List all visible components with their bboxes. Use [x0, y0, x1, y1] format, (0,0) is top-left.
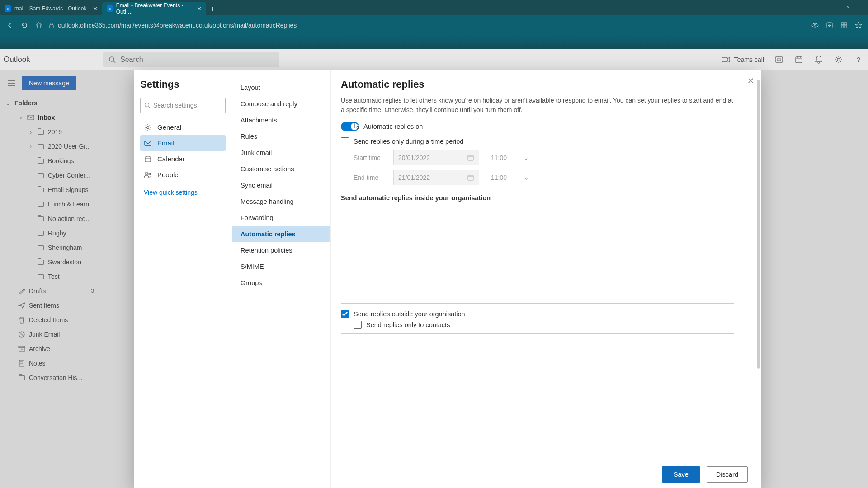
- outlook-body: New message ⌄ Folders ›Inbox›2019›2020 U…: [0, 70, 868, 488]
- settings-cat-calendar[interactable]: Calendar: [140, 151, 226, 167]
- settings-sub-junk-email[interactable]: Junk email: [232, 145, 330, 161]
- folder-label: Archive: [29, 345, 50, 352]
- close-icon[interactable]: ✕: [93, 5, 98, 12]
- home-button[interactable]: [34, 21, 43, 30]
- folder-no-action-req-[interactable]: No action req...: [0, 211, 101, 226]
- settings-search-input[interactable]: Search settings: [140, 98, 226, 113]
- folder-icon: [37, 231, 44, 236]
- folder-deleted-items[interactable]: Deleted Items: [0, 313, 101, 327]
- svg-line-28: [20, 333, 24, 336]
- gear-icon: [144, 124, 152, 131]
- star-icon[interactable]: [854, 21, 863, 29]
- inside-reply-editor[interactable]: [341, 206, 734, 304]
- settings-sub-attachments[interactable]: Attachments: [232, 112, 330, 128]
- start-time-input[interactable]: 11:00 ⌄: [487, 150, 533, 165]
- folder-swardeston[interactable]: Swardeston: [0, 255, 101, 269]
- folder-inbox[interactable]: ›Inbox: [0, 110, 101, 125]
- end-date-input[interactable]: 21/01/2022: [393, 170, 479, 185]
- new-message-button[interactable]: New message: [22, 76, 76, 90]
- install-icon[interactable]: [826, 21, 834, 29]
- browser-tab-1[interactable]: o mail - Sam Edwards - Outlook ✕: [0, 2, 102, 15]
- teams-call-button[interactable]: Teams call: [722, 56, 764, 63]
- close-dialog-button[interactable]: ✕: [747, 76, 754, 86]
- address-bar: outlook.office365.com/mail/events@breakw…: [0, 15, 868, 35]
- settings-sub-sync-email[interactable]: Sync email: [232, 177, 330, 193]
- folder-lunch-learn[interactable]: Lunch & Learn: [0, 197, 101, 211]
- settings-sub-groups[interactable]: Groups: [232, 275, 330, 291]
- browser-tab-2[interactable]: o Email - Breakwater Events - Outl… ✕: [102, 2, 206, 15]
- settings-sub-s-mime[interactable]: S/MIME: [232, 258, 330, 275]
- settings-sub-rules[interactable]: Rules: [232, 128, 330, 145]
- settings-cat-email[interactable]: Email: [140, 135, 226, 151]
- settings-sub-forwarding[interactable]: Forwarding: [232, 210, 330, 226]
- folder-count: 3: [91, 288, 94, 294]
- settings-sub-compose-and-reply[interactable]: Compose and reply: [232, 96, 330, 112]
- calendar-icon[interactable]: [794, 55, 804, 65]
- chevron-down-icon: ⌄: [524, 154, 529, 161]
- outside-reply-editor[interactable]: [341, 333, 734, 422]
- folder-notes[interactable]: Notes: [0, 356, 101, 371]
- settings-subitems: LayoutCompose and replyAttachmentsRulesJ…: [232, 70, 331, 488]
- folder-cyber-confer-[interactable]: Cyber Confer...: [0, 168, 101, 183]
- settings-sub-message-handling[interactable]: Message handling: [232, 193, 330, 210]
- start-date-input[interactable]: 20/01/2022: [393, 150, 479, 165]
- notification-icon[interactable]: [814, 55, 824, 65]
- grid-icon[interactable]: [840, 21, 848, 29]
- folder-label: No action req...: [48, 215, 91, 222]
- outside-org-checkbox[interactable]: [341, 310, 349, 318]
- url-box[interactable]: outlook.office365.com/mail/events@breakw…: [49, 22, 806, 29]
- back-button[interactable]: [5, 21, 14, 30]
- folder-label: 2020 User Gr...: [48, 143, 91, 150]
- folders-header[interactable]: ⌄ Folders: [0, 96, 101, 110]
- contacts-only-label: Send replies only to contacts: [366, 321, 450, 328]
- minimize-icon[interactable]: —: [859, 2, 865, 9]
- folder-junk-email[interactable]: Junk Email: [0, 327, 101, 342]
- folder-sheringham[interactable]: Sheringham: [0, 240, 101, 255]
- new-tab-button[interactable]: +: [206, 3, 219, 15]
- chevron-right-icon: ›: [28, 143, 33, 150]
- settings-sub-customise-actions[interactable]: Customise actions: [232, 161, 330, 177]
- chevron-right-icon: ›: [28, 128, 33, 136]
- svg-rect-11: [844, 26, 847, 28]
- discard-button[interactable]: Discard: [707, 466, 748, 483]
- tab-strip: o mail - Sam Edwards - Outlook ✕ o Email…: [0, 0, 868, 15]
- folder-rugby[interactable]: Rugby: [0, 226, 101, 240]
- end-time-input[interactable]: 11:00 ⌄: [487, 170, 533, 185]
- folder-conversation-his-[interactable]: Conversation His...: [0, 371, 101, 385]
- folder-2019[interactable]: ›2019: [0, 125, 101, 139]
- hamburger-icon[interactable]: [6, 78, 16, 88]
- folder-test[interactable]: Test: [0, 269, 101, 284]
- view-quick-settings-link[interactable]: View quick settings: [140, 183, 226, 202]
- meet-now-icon[interactable]: [774, 55, 784, 65]
- folder-drafts[interactable]: Drafts3: [0, 284, 101, 298]
- end-time-value: 11:00: [491, 174, 507, 181]
- save-button[interactable]: Save: [662, 466, 700, 483]
- reload-button[interactable]: [20, 21, 29, 30]
- settings-cat-general[interactable]: General: [140, 119, 226, 135]
- settings-sub-automatic-replies[interactable]: Automatic replies: [232, 226, 330, 242]
- folder-icon: [37, 130, 44, 135]
- folder-bookings[interactable]: Bookings: [0, 154, 101, 168]
- chevron-down-icon[interactable]: ⌄: [845, 2, 851, 9]
- close-icon[interactable]: ✕: [197, 5, 202, 12]
- help-icon[interactable]: ?: [854, 55, 863, 65]
- search-input[interactable]: Search: [103, 52, 279, 67]
- folder-2020-user-gr-[interactable]: ›2020 User Gr...: [0, 139, 101, 154]
- search-placeholder: Search: [120, 56, 143, 64]
- folder-email-signups[interactable]: Email Signups: [0, 183, 101, 197]
- calendar-icon: [467, 154, 474, 161]
- folder-archive[interactable]: Archive: [0, 342, 101, 356]
- folder-icon: [37, 159, 44, 164]
- eye-icon[interactable]: [811, 21, 819, 29]
- folder-sent-items[interactable]: Sent Items: [0, 298, 101, 313]
- settings-sub-retention-policies[interactable]: Retention policies: [232, 242, 330, 258]
- folder-icon: [37, 202, 44, 207]
- scrollbar[interactable]: [757, 80, 760, 369]
- contacts-only-checkbox[interactable]: [354, 321, 362, 329]
- lock-icon: [49, 22, 54, 28]
- time-period-checkbox[interactable]: [341, 137, 349, 145]
- settings-sub-layout[interactable]: Layout: [232, 80, 330, 96]
- folder-label: Rugby: [48, 230, 66, 237]
- settings-cat-people[interactable]: People: [140, 167, 226, 183]
- settings-icon[interactable]: [834, 55, 844, 65]
